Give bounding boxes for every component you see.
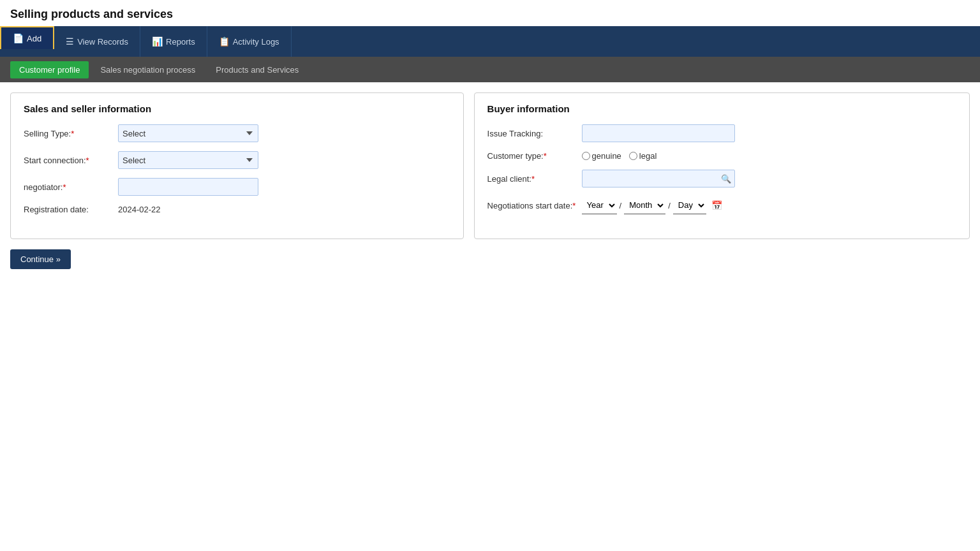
calendar-icon[interactable]: 📅 — [711, 200, 722, 210]
issue-tracking-label: Issue Tracking: — [487, 129, 577, 138]
form-sections: Sales and seller information Selling Typ… — [10, 92, 970, 239]
nav-item-reports-label: Reports — [166, 37, 195, 47]
subnav-products-services[interactable]: Products and Services — [207, 61, 308, 78]
selling-type-select[interactable]: Select — [118, 124, 258, 142]
start-connection-row: Start connection:* Select — [24, 151, 450, 169]
buyer-info-title: Buyer information — [487, 103, 956, 114]
nav-item-view-records-label: View Records — [77, 37, 128, 47]
continue-button[interactable]: Continue » — [10, 249, 71, 269]
negotiations-month-select[interactable]: Month — [624, 196, 665, 214]
registration-date-row: Registration date: 2024-02-22 — [24, 205, 450, 214]
start-connection-select[interactable]: Select — [118, 151, 258, 169]
customer-type-genuine-option[interactable]: genuine — [582, 151, 621, 161]
date-sep-2: / — [668, 201, 671, 210]
date-sep-1: / — [620, 201, 622, 210]
subnav-customer-profile[interactable]: Customer profile — [10, 61, 89, 78]
sales-seller-section: Sales and seller information Selling Typ… — [10, 92, 464, 239]
issue-tracking-row: Issue Tracking: — [487, 124, 956, 142]
start-connection-label: Start connection:* — [24, 156, 113, 165]
customer-type-genuine-label: genuine — [592, 151, 621, 161]
content-area: Sales and seller information Selling Typ… — [0, 82, 980, 279]
negotiator-row: negotiator:* — [24, 178, 450, 196]
customer-type-legal-radio[interactable] — [629, 152, 637, 160]
subnav-sales-negotiation[interactable]: Sales negotiation process — [91, 61, 204, 78]
page-title: Selling products and services — [0, 0, 980, 26]
nav-item-activity-logs[interactable]: 📋 Activity Logs — [207, 26, 292, 57]
nav-item-reports[interactable]: 📊 Reports — [140, 26, 207, 57]
registration-date-label: Registration date: — [24, 205, 113, 214]
legal-client-input[interactable] — [582, 170, 735, 187]
negotiator-input[interactable] — [118, 178, 258, 196]
negotiations-start-date-row: Negotiations start date:* Year / Month /… — [487, 196, 956, 214]
customer-type-row: Customer type:* genuine legal — [487, 151, 956, 161]
issue-tracking-input[interactable] — [582, 124, 735, 142]
nav-item-view-records[interactable]: ☰ View Records — [54, 26, 140, 57]
negotiations-start-date-selects: Year / Month / Day 📅 — [582, 196, 722, 214]
legal-client-search-wrapper: 🔍 — [582, 170, 735, 187]
nav-item-add-label: Add — [27, 34, 41, 43]
selling-type-row: Selling Type:* Select — [24, 124, 450, 142]
nav-item-add[interactable]: 📄 Add — [0, 26, 54, 49]
negotiator-label: negotiator:* — [24, 182, 113, 192]
negotiations-day-select[interactable]: Day — [673, 196, 706, 214]
sales-seller-title: Sales and seller information — [24, 103, 450, 114]
reports-icon: 📊 — [152, 36, 163, 47]
legal-client-label: Legal client:* — [487, 174, 577, 184]
buyer-info-section: Buyer information Issue Tracking: Custom… — [474, 92, 970, 239]
legal-client-row: Legal client:* 🔍 — [487, 170, 956, 187]
registration-date-value: 2024-02-22 — [118, 205, 161, 214]
activity-logs-icon: 📋 — [219, 36, 230, 47]
customer-type-label: Customer type:* — [487, 151, 577, 161]
customer-type-legal-label: legal — [639, 151, 657, 161]
top-navigation: 📄 Add ☰ View Records 📊 Reports 📋 Activit… — [0, 26, 980, 57]
sub-navigation: Customer profile Sales negotiation proce… — [0, 57, 980, 82]
negotiations-start-date-label: Negotiations start date:* — [487, 201, 577, 210]
add-icon: 📄 — [13, 33, 24, 43]
selling-type-label: Selling Type:* — [24, 129, 113, 138]
customer-type-radio-group: genuine legal — [582, 151, 657, 161]
nav-item-activity-logs-label: Activity Logs — [233, 37, 279, 47]
customer-type-legal-option[interactable]: legal — [629, 151, 657, 161]
view-records-icon: ☰ — [66, 36, 74, 47]
negotiations-year-select[interactable]: Year — [582, 196, 617, 214]
customer-type-genuine-radio[interactable] — [582, 152, 590, 160]
